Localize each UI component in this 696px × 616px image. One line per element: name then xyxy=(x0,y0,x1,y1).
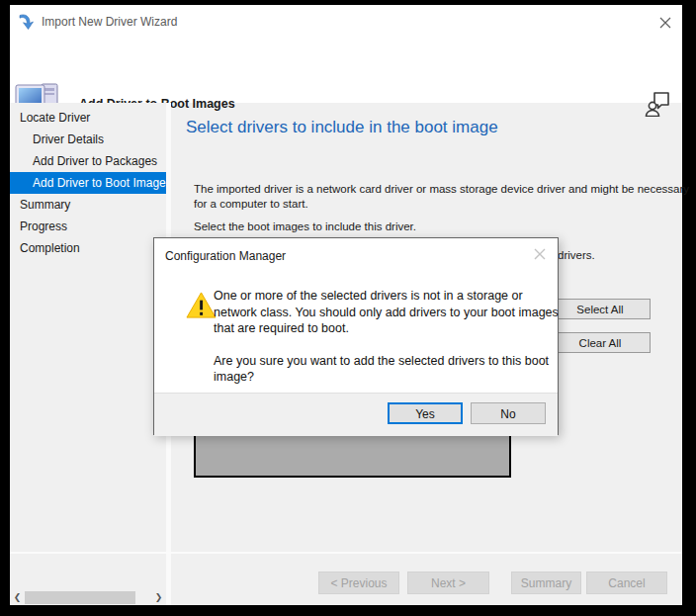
no-button[interactable]: No xyxy=(471,402,546,424)
wizard-arrow-icon xyxy=(17,13,35,31)
sidebar-item-locate-driver[interactable]: Locate Driver xyxy=(10,107,166,129)
dialog-warning-text: One or more of the selected drivers is n… xyxy=(214,288,562,337)
sidebar-item-completion[interactable]: Completion xyxy=(10,237,166,259)
sidebar-horizontal-scrollbar[interactable]: ❮ ❯ xyxy=(10,590,166,605)
screen: Import New Driver Wizard xyxy=(0,0,696,616)
scrollbar-thumb[interactable] xyxy=(25,591,135,604)
wizard-window: Import New Driver Wizard xyxy=(10,5,682,605)
scroll-left-icon[interactable]: ❮ xyxy=(10,590,25,605)
title-bar: Import New Driver Wizard xyxy=(10,5,682,40)
sidebar-item-add-driver-to-packages[interactable]: Add Driver to Packages xyxy=(10,150,166,172)
dialog-confirm-text: Are you sure you want to add the selecte… xyxy=(214,353,562,386)
cancel-button[interactable]: Cancel xyxy=(586,572,667,594)
feedback-person-icon[interactable] xyxy=(645,89,672,117)
yes-button[interactable]: Yes xyxy=(388,402,463,424)
select-all-button[interactable]: Select All xyxy=(550,299,651,319)
next-button[interactable]: Next > xyxy=(407,572,489,594)
sidebar-item-add-driver-to-boot-images[interactable]: Add Driver to Boot Images xyxy=(10,172,166,194)
configuration-manager-dialog: Configuration Manager One or more of the… xyxy=(153,237,559,435)
wizard-steps-sidebar: Locate Driver Driver Details Add Driver … xyxy=(10,103,166,605)
scroll-right-icon[interactable]: ❯ xyxy=(151,590,166,605)
intro-text: The imported driver is a network card dr… xyxy=(194,182,693,212)
wizard-header: Add Driver to Boot Images xyxy=(10,40,682,103)
instruction-text: Select the boot images to include this d… xyxy=(194,220,416,232)
summary-button[interactable]: Summary xyxy=(511,572,581,594)
obscured-text-fragment: drivers. xyxy=(558,249,595,261)
content-heading: Select drivers to include in the boot im… xyxy=(186,118,498,137)
dialog-title: Configuration Manager xyxy=(165,249,286,263)
footer-divider xyxy=(10,552,682,554)
sidebar-item-summary[interactable]: Summary xyxy=(10,194,166,216)
dialog-close-icon[interactable] xyxy=(531,245,549,263)
clear-all-button[interactable]: Clear All xyxy=(550,332,651,353)
sidebar-item-progress[interactable]: Progress xyxy=(10,216,166,237)
dialog-message: One or more of the selected drivers is n… xyxy=(214,288,562,386)
previous-button[interactable]: < Previous xyxy=(318,572,399,594)
close-icon[interactable] xyxy=(656,14,674,32)
sidebar-item-driver-details[interactable]: Driver Details xyxy=(10,129,166,150)
window-title: Import New Driver Wizard xyxy=(42,15,177,29)
